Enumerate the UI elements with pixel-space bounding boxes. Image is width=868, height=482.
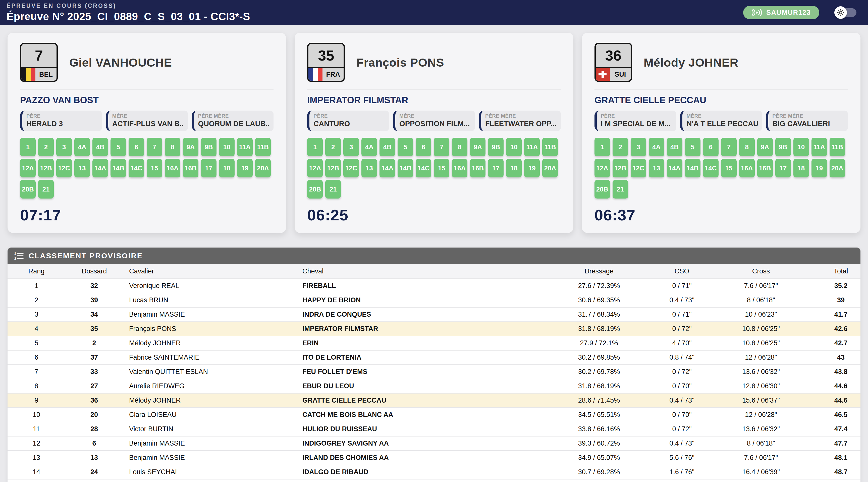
fence-button[interactable]: 10 (794, 138, 809, 156)
fence-button[interactable]: 9B (775, 138, 791, 156)
fence-button[interactable]: 9A (183, 138, 198, 156)
fence-button[interactable]: 21 (38, 180, 54, 199)
fence-button[interactable]: 14B (398, 159, 413, 177)
fence-button[interactable]: 5 (111, 138, 126, 156)
fence-button[interactable]: 7 (147, 138, 162, 156)
fence-button[interactable]: 6 (416, 138, 431, 156)
fence-button[interactable]: 14C (703, 159, 719, 177)
fence-button[interactable]: 13 (649, 159, 664, 177)
fence-button[interactable]: 1 (594, 138, 610, 156)
cell-total: 47.4 (821, 422, 861, 436)
cell-dossard: 2 (65, 336, 123, 350)
fence-button[interactable]: 14A (92, 159, 108, 177)
live-event-badge[interactable]: SAUMUR123 (743, 6, 819, 19)
fence-button[interactable]: 4A (362, 138, 377, 156)
fence-button[interactable]: 8 (739, 138, 755, 156)
fence-button[interactable]: 17 (201, 159, 217, 177)
fence-button[interactable]: 1 (307, 138, 323, 156)
fence-button[interactable]: 8 (165, 138, 180, 156)
fence-button[interactable]: 19 (524, 159, 540, 177)
fence-button[interactable]: 13 (74, 159, 90, 177)
fence-button[interactable]: 4B (667, 138, 682, 156)
fence-button[interactable]: 18 (219, 159, 235, 177)
fence-button[interactable]: 6 (703, 138, 719, 156)
fence-button[interactable]: 4B (379, 138, 395, 156)
cell-total: 44.6 (821, 393, 861, 408)
fence-button[interactable]: 8 (452, 138, 467, 156)
fence-button[interactable]: 18 (506, 159, 522, 177)
fence-button[interactable]: 15 (434, 159, 449, 177)
fence-button[interactable]: 2 (38, 138, 54, 156)
fence-button[interactable]: 12A (20, 159, 36, 177)
fence-button[interactable]: 1 (20, 138, 36, 156)
fence-button[interactable]: 17 (775, 159, 791, 177)
fence-button[interactable]: 12C (56, 159, 72, 177)
fence-button[interactable]: 9A (470, 138, 486, 156)
fence-button[interactable]: 14A (667, 159, 682, 177)
fence-button[interactable]: 16A (739, 159, 755, 177)
fence-button[interactable]: 16B (757, 159, 773, 177)
fence-button[interactable]: 21 (325, 180, 341, 199)
fence-button[interactable]: 7 (434, 138, 449, 156)
fence-button[interactable]: 19 (237, 159, 253, 177)
cell-cross: 12 / 06'28" (701, 350, 821, 365)
fence-button[interactable]: 11A (237, 138, 253, 156)
fence-button[interactable]: 2 (613, 138, 628, 156)
fence-button[interactable]: 20B (307, 180, 323, 199)
fence-button[interactable]: 16A (452, 159, 467, 177)
fence-button[interactable]: 12B (38, 159, 54, 177)
fence-button[interactable]: 4A (74, 138, 90, 156)
fence-button[interactable]: 10 (506, 138, 522, 156)
fence-button[interactable]: 16B (470, 159, 486, 177)
fence-button[interactable]: 4B (92, 138, 108, 156)
fence-button[interactable]: 12C (343, 159, 359, 177)
fence-button[interactable]: 14C (129, 159, 144, 177)
fence-button[interactable]: 6 (129, 138, 144, 156)
fence-button[interactable]: 14C (416, 159, 431, 177)
fence-button[interactable]: 15 (147, 159, 162, 177)
fence-button[interactable]: 12A (307, 159, 323, 177)
fence-button[interactable]: 7 (721, 138, 737, 156)
fence-button[interactable]: 4A (649, 138, 664, 156)
fence-button[interactable]: 11B (830, 138, 845, 156)
fence-button[interactable]: 5 (398, 138, 413, 156)
fence-button[interactable]: 2 (325, 138, 341, 156)
fence-button[interactable]: 15 (721, 159, 737, 177)
fence-button[interactable]: 11B (542, 138, 558, 156)
fence-button[interactable]: 14A (379, 159, 395, 177)
fence-button[interactable]: 12B (613, 159, 628, 177)
fence-button[interactable]: 19 (811, 159, 827, 177)
fence-button[interactable]: 12C (631, 159, 646, 177)
cell-cheval: FEU FOLLET D'EMS (297, 365, 535, 379)
fence-button[interactable]: 16A (165, 159, 180, 177)
cell-total: 43 (821, 350, 861, 365)
fence-button[interactable]: 3 (56, 138, 72, 156)
fence-button[interactable]: 11A (524, 138, 540, 156)
fence-button[interactable]: 14B (685, 159, 701, 177)
fence-button[interactable]: 11B (255, 138, 271, 156)
cell-dressage: 30.6 / 69.35% (535, 293, 663, 307)
fence-button[interactable]: 18 (794, 159, 809, 177)
fence-button[interactable]: 5 (685, 138, 701, 156)
fence-button[interactable]: 3 (343, 138, 359, 156)
fence-button[interactable]: 12A (594, 159, 610, 177)
fence-button[interactable]: 12B (325, 159, 341, 177)
fence-button[interactable]: 14B (111, 159, 126, 177)
fence-button[interactable]: 3 (631, 138, 646, 156)
fence-button[interactable]: 9B (488, 138, 503, 156)
theme-toggle[interactable] (834, 6, 857, 19)
fence-button[interactable]: 13 (362, 159, 377, 177)
fence-button[interactable]: 20A (542, 159, 558, 177)
fence-button[interactable]: 20B (594, 180, 610, 199)
fence-button[interactable]: 17 (488, 159, 503, 177)
fence-button[interactable]: 10 (219, 138, 235, 156)
fence-button[interactable]: 9A (757, 138, 773, 156)
fence-button[interactable]: 16B (183, 159, 198, 177)
fence-button[interactable]: 9B (201, 138, 217, 156)
svg-text:1: 1 (14, 252, 17, 255)
fence-button[interactable]: 20A (255, 159, 271, 177)
fence-button[interactable]: 11A (811, 138, 827, 156)
fence-button[interactable]: 20A (830, 159, 845, 177)
fence-button[interactable]: 21 (613, 180, 628, 199)
fence-button[interactable]: 20B (20, 180, 36, 199)
